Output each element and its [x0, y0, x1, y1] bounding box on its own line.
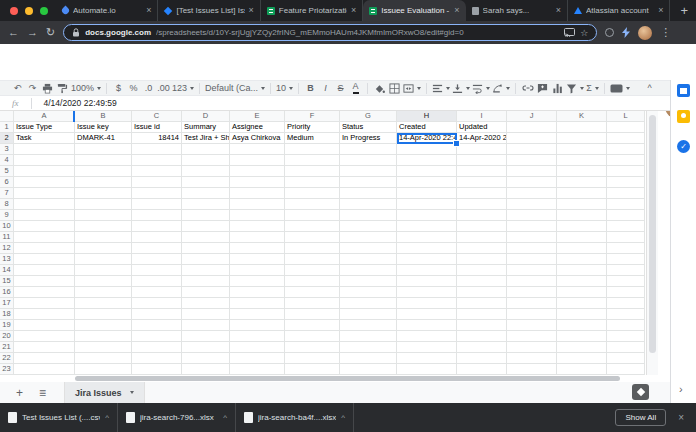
cell-H3[interactable] [397, 144, 457, 155]
increase-decimal-button[interactable]: .00 [157, 82, 170, 95]
explore-button[interactable] [632, 384, 649, 400]
column-header-I[interactable]: I [457, 111, 507, 122]
strikethrough-button[interactable]: S [334, 82, 347, 95]
cell-D7[interactable] [182, 188, 230, 199]
cell-K16[interactable] [557, 287, 607, 298]
cell-G5[interactable] [340, 166, 397, 177]
cell-C20[interactable] [132, 331, 182, 342]
text-color-button[interactable]: A [349, 82, 362, 95]
cell-K4[interactable] [557, 155, 607, 166]
cell-A4[interactable] [14, 155, 75, 166]
cell-J13[interactable] [507, 254, 557, 265]
cell-D16[interactable] [182, 287, 230, 298]
download-item-1[interactable]: Test Issues List (....csv^ [0, 403, 118, 432]
browser-tab-2[interactable]: [Test Issues List] Issue× [158, 0, 260, 21]
cell-I1[interactable]: Updated [457, 122, 507, 133]
cell-G8[interactable] [340, 199, 397, 210]
column-header-E[interactable]: E [230, 111, 285, 122]
cell-J23[interactable] [507, 364, 557, 375]
cell-K14[interactable] [557, 265, 607, 276]
cell-G15[interactable] [340, 276, 397, 287]
cell-J19[interactable] [507, 320, 557, 331]
cell-H9[interactable] [397, 210, 457, 221]
cell-B5[interactable] [75, 166, 132, 177]
cell-K15[interactable] [557, 276, 607, 287]
cell-G22[interactable] [340, 353, 397, 364]
calendar-icon[interactable] [677, 84, 690, 97]
new-tab-button[interactable]: + [680, 3, 688, 18]
cell-C18[interactable] [132, 309, 182, 320]
cell-L7[interactable] [607, 188, 645, 199]
tab-close-icon[interactable]: × [351, 6, 356, 15]
cell-A7[interactable] [14, 188, 75, 199]
cell-E19[interactable] [230, 320, 285, 331]
column-header-H[interactable]: H [397, 111, 457, 122]
cell-C17[interactable] [132, 298, 182, 309]
paint-format-icon[interactable] [56, 82, 69, 95]
cell-J6[interactable] [507, 177, 557, 188]
browser-tab-1[interactable]: Automate.io× [56, 0, 158, 21]
cell-D17[interactable] [182, 298, 230, 309]
cell-I6[interactable] [457, 177, 507, 188]
cell-L11[interactable] [607, 232, 645, 243]
cell-B7[interactable] [75, 188, 132, 199]
row-header-2[interactable]: 2 [0, 133, 14, 144]
redo-icon[interactable]: ↷ [26, 82, 39, 95]
bold-button[interactable]: B [304, 82, 317, 95]
cell-F10[interactable] [285, 221, 340, 232]
cell-D22[interactable] [182, 353, 230, 364]
cell-D2[interactable]: Test Jira + Sheet In [182, 133, 230, 144]
cell-A16[interactable] [14, 287, 75, 298]
cell-I7[interactable] [457, 188, 507, 199]
vertical-scrollbar-thumb[interactable] [649, 115, 656, 353]
cell-C12[interactable] [132, 243, 182, 254]
cell-H20[interactable] [397, 331, 457, 342]
format-percent-button[interactable]: % [127, 82, 140, 95]
row-header-19[interactable]: 19 [0, 320, 14, 331]
row-header-21[interactable]: 21 [0, 342, 14, 353]
cast-icon[interactable] [564, 28, 575, 37]
cell-I16[interactable] [457, 287, 507, 298]
cell-J11[interactable] [507, 232, 557, 243]
cell-G12[interactable] [340, 243, 397, 254]
row-header-14[interactable]: 14 [0, 265, 14, 276]
cell-D11[interactable] [182, 232, 230, 243]
cell-B20[interactable] [75, 331, 132, 342]
cell-C4[interactable] [132, 155, 182, 166]
formula-input[interactable]: 4/14/2020 22:49:59 [44, 98, 117, 108]
cell-E7[interactable] [230, 188, 285, 199]
cell-E18[interactable] [230, 309, 285, 320]
horizontal-scrollbar[interactable] [14, 375, 646, 382]
cell-I4[interactable] [457, 155, 507, 166]
cell-C23[interactable] [132, 364, 182, 375]
more-formats-button[interactable]: 123 [172, 82, 194, 95]
cell-B23[interactable] [75, 364, 132, 375]
cell-H6[interactable] [397, 177, 457, 188]
cell-D13[interactable] [182, 254, 230, 265]
cell-J3[interactable] [507, 144, 557, 155]
cell-B18[interactable] [75, 309, 132, 320]
download-menu-icon[interactable]: ^ [341, 413, 345, 422]
cell-F14[interactable] [285, 265, 340, 276]
bolt-extension-icon[interactable] [622, 27, 630, 38]
cell-J22[interactable] [507, 353, 557, 364]
cell-G9[interactable] [340, 210, 397, 221]
cell-F18[interactable] [285, 309, 340, 320]
row-header-7[interactable]: 7 [0, 188, 14, 199]
row-header-20[interactable]: 20 [0, 331, 14, 342]
cell-A18[interactable] [14, 309, 75, 320]
download-menu-icon[interactable]: ^ [223, 413, 227, 422]
cell-G21[interactable] [340, 342, 397, 353]
cell-C10[interactable] [132, 221, 182, 232]
download-menu-icon[interactable]: ^ [105, 413, 109, 422]
cell-F16[interactable] [285, 287, 340, 298]
cell-I8[interactable] [457, 199, 507, 210]
cell-E4[interactable] [230, 155, 285, 166]
cell-K7[interactable] [557, 188, 607, 199]
cell-D21[interactable] [182, 342, 230, 353]
collapse-toolbar-icon[interactable]: ^ [643, 82, 656, 95]
cell-D19[interactable] [182, 320, 230, 331]
cell-B12[interactable] [75, 243, 132, 254]
forward-icon[interactable]: → [27, 27, 38, 38]
cell-C3[interactable] [132, 144, 182, 155]
